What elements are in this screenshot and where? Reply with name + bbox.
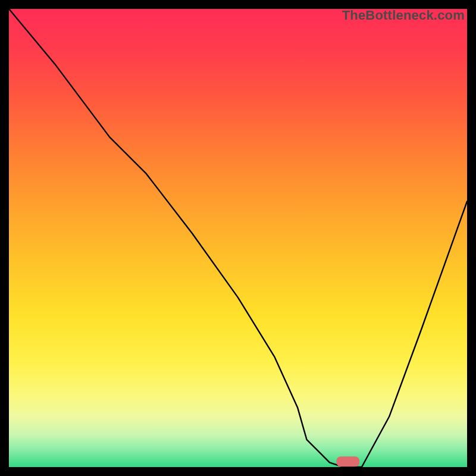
bottleneck-curve-svg xyxy=(9,9,467,467)
chart-frame: TheBottleneck.com xyxy=(0,0,476,476)
plot-area: TheBottleneck.com xyxy=(9,9,467,467)
bottleneck-curve xyxy=(9,9,467,467)
optimal-marker xyxy=(337,456,360,466)
